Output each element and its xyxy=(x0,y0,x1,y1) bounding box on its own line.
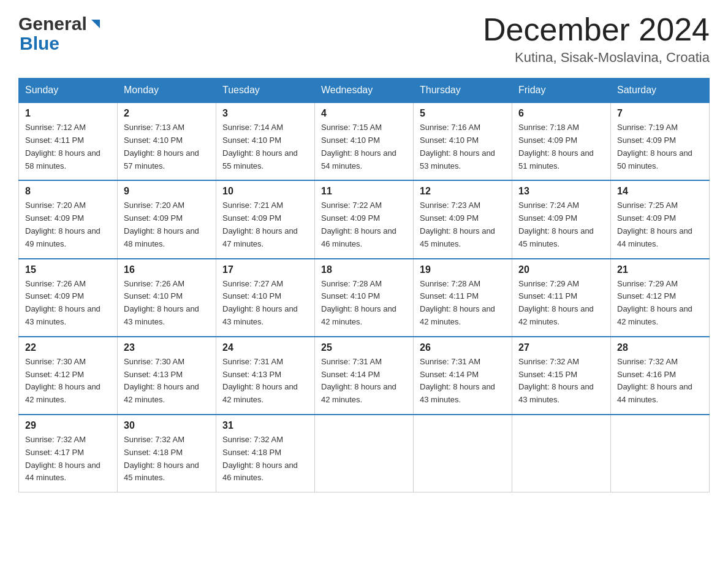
col-header-tuesday: Tuesday xyxy=(216,79,315,103)
day-cell-19: 19Sunrise: 7:28 AMSunset: 4:11 PMDayligh… xyxy=(414,259,512,337)
svg-marker-0 xyxy=(91,20,100,28)
col-header-wednesday: Wednesday xyxy=(315,79,414,103)
day-number: 5 xyxy=(420,108,506,119)
day-cell-25: 25Sunrise: 7:31 AMSunset: 4:14 PMDayligh… xyxy=(315,337,414,415)
calendar-body: 1Sunrise: 7:12 AMSunset: 4:11 PMDaylight… xyxy=(19,102,710,492)
day-cell-8: 8Sunrise: 7:20 AMSunset: 4:09 PMDaylight… xyxy=(19,180,118,258)
day-number: 11 xyxy=(321,186,407,197)
col-header-monday: Monday xyxy=(118,79,216,103)
day-info: Sunrise: 7:14 AMSunset: 4:10 PMDaylight:… xyxy=(222,121,308,172)
day-cell-27: 27Sunrise: 7:32 AMSunset: 4:15 PMDayligh… xyxy=(512,337,611,415)
day-number: 21 xyxy=(617,264,703,275)
week-row-4: 22Sunrise: 7:30 AMSunset: 4:12 PMDayligh… xyxy=(19,337,710,415)
calendar-table: SundayMondayTuesdayWednesdayThursdayFrid… xyxy=(18,78,710,492)
day-info: Sunrise: 7:31 AMSunset: 4:13 PMDaylight:… xyxy=(222,356,308,407)
title-area: December 2024 Kutina, Sisak-Moslavina, C… xyxy=(483,12,710,66)
day-info: Sunrise: 7:23 AMSunset: 4:09 PMDaylight:… xyxy=(420,199,506,250)
day-info: Sunrise: 7:32 AMSunset: 4:15 PMDaylight:… xyxy=(518,356,604,407)
empty-cell xyxy=(611,415,710,492)
day-cell-26: 26Sunrise: 7:31 AMSunset: 4:14 PMDayligh… xyxy=(414,337,512,415)
col-header-friday: Friday xyxy=(512,79,611,103)
day-cell-6: 6Sunrise: 7:18 AMSunset: 4:09 PMDaylight… xyxy=(512,102,611,180)
calendar-header-row: SundayMondayTuesdayWednesdayThursdayFrid… xyxy=(19,79,710,103)
day-cell-22: 22Sunrise: 7:30 AMSunset: 4:12 PMDayligh… xyxy=(19,337,118,415)
empty-cell xyxy=(315,415,414,492)
week-row-1: 1Sunrise: 7:12 AMSunset: 4:11 PMDaylight… xyxy=(19,102,710,180)
logo-arrow-icon xyxy=(89,12,102,33)
day-cell-2: 2Sunrise: 7:13 AMSunset: 4:10 PMDaylight… xyxy=(118,102,216,180)
location-subtitle: Kutina, Sisak-Moslavina, Croatia xyxy=(483,50,710,66)
day-cell-28: 28Sunrise: 7:32 AMSunset: 4:16 PMDayligh… xyxy=(611,337,710,415)
week-row-5: 29Sunrise: 7:32 AMSunset: 4:17 PMDayligh… xyxy=(19,415,710,492)
day-number: 14 xyxy=(617,186,703,197)
day-cell-20: 20Sunrise: 7:29 AMSunset: 4:11 PMDayligh… xyxy=(512,259,611,337)
day-info: Sunrise: 7:20 AMSunset: 4:09 PMDaylight:… xyxy=(25,199,111,250)
day-cell-5: 5Sunrise: 7:16 AMSunset: 4:10 PMDaylight… xyxy=(414,102,512,180)
day-number: 19 xyxy=(420,264,506,275)
day-number: 20 xyxy=(518,264,604,275)
col-header-sunday: Sunday xyxy=(19,79,118,103)
day-cell-13: 13Sunrise: 7:24 AMSunset: 4:09 PMDayligh… xyxy=(512,180,611,258)
day-number: 29 xyxy=(25,420,111,431)
day-cell-12: 12Sunrise: 7:23 AMSunset: 4:09 PMDayligh… xyxy=(414,180,512,258)
day-info: Sunrise: 7:28 AMSunset: 4:11 PMDaylight:… xyxy=(420,278,506,329)
day-info: Sunrise: 7:16 AMSunset: 4:10 PMDaylight:… xyxy=(420,121,506,172)
day-number: 18 xyxy=(321,264,407,275)
day-cell-14: 14Sunrise: 7:25 AMSunset: 4:09 PMDayligh… xyxy=(611,180,710,258)
day-number: 12 xyxy=(420,186,506,197)
empty-cell xyxy=(512,415,611,492)
day-number: 22 xyxy=(25,342,111,353)
day-number: 6 xyxy=(518,108,604,119)
day-number: 28 xyxy=(617,342,703,353)
day-number: 4 xyxy=(321,108,407,119)
day-info: Sunrise: 7:12 AMSunset: 4:11 PMDaylight:… xyxy=(25,121,111,172)
day-cell-30: 30Sunrise: 7:32 AMSunset: 4:18 PMDayligh… xyxy=(118,415,216,492)
day-info: Sunrise: 7:28 AMSunset: 4:10 PMDaylight:… xyxy=(321,278,407,329)
day-cell-11: 11Sunrise: 7:22 AMSunset: 4:09 PMDayligh… xyxy=(315,180,414,258)
day-info: Sunrise: 7:31 AMSunset: 4:14 PMDaylight:… xyxy=(321,356,407,407)
day-info: Sunrise: 7:18 AMSunset: 4:09 PMDaylight:… xyxy=(518,121,604,172)
day-number: 27 xyxy=(518,342,604,353)
day-cell-24: 24Sunrise: 7:31 AMSunset: 4:13 PMDayligh… xyxy=(216,337,315,415)
day-cell-1: 1Sunrise: 7:12 AMSunset: 4:11 PMDaylight… xyxy=(19,102,118,180)
day-cell-29: 29Sunrise: 7:32 AMSunset: 4:17 PMDayligh… xyxy=(19,415,118,492)
day-cell-7: 7Sunrise: 7:19 AMSunset: 4:09 PMDaylight… xyxy=(611,102,710,180)
day-info: Sunrise: 7:29 AMSunset: 4:11 PMDaylight:… xyxy=(518,278,604,329)
day-info: Sunrise: 7:32 AMSunset: 4:18 PMDaylight:… xyxy=(222,434,308,484)
day-info: Sunrise: 7:15 AMSunset: 4:10 PMDaylight:… xyxy=(321,121,407,172)
day-info: Sunrise: 7:30 AMSunset: 4:12 PMDaylight:… xyxy=(25,356,111,407)
week-row-3: 15Sunrise: 7:26 AMSunset: 4:09 PMDayligh… xyxy=(19,259,710,337)
day-number: 15 xyxy=(25,264,111,275)
page-header: General Blue December 2024 Kutina, Sisak… xyxy=(18,12,710,66)
day-info: Sunrise: 7:27 AMSunset: 4:10 PMDaylight:… xyxy=(222,278,308,329)
day-number: 30 xyxy=(124,420,210,431)
day-info: Sunrise: 7:19 AMSunset: 4:09 PMDaylight:… xyxy=(617,121,703,172)
day-cell-23: 23Sunrise: 7:30 AMSunset: 4:13 PMDayligh… xyxy=(118,337,216,415)
day-cell-4: 4Sunrise: 7:15 AMSunset: 4:10 PMDaylight… xyxy=(315,102,414,180)
day-number: 8 xyxy=(25,186,111,197)
day-cell-3: 3Sunrise: 7:14 AMSunset: 4:10 PMDaylight… xyxy=(216,102,315,180)
week-row-2: 8Sunrise: 7:20 AMSunset: 4:09 PMDaylight… xyxy=(19,180,710,258)
day-number: 17 xyxy=(222,264,308,275)
day-cell-31: 31Sunrise: 7:32 AMSunset: 4:18 PMDayligh… xyxy=(216,415,315,492)
day-number: 16 xyxy=(124,264,210,275)
day-info: Sunrise: 7:21 AMSunset: 4:09 PMDaylight:… xyxy=(222,199,308,250)
day-info: Sunrise: 7:32 AMSunset: 4:17 PMDaylight:… xyxy=(25,434,111,484)
day-number: 3 xyxy=(222,108,308,119)
day-number: 31 xyxy=(222,420,308,431)
day-info: Sunrise: 7:32 AMSunset: 4:16 PMDaylight:… xyxy=(617,356,703,407)
day-number: 24 xyxy=(222,342,308,353)
day-info: Sunrise: 7:26 AMSunset: 4:10 PMDaylight:… xyxy=(124,278,210,329)
logo-general-text: General xyxy=(18,13,87,34)
day-cell-16: 16Sunrise: 7:26 AMSunset: 4:10 PMDayligh… xyxy=(118,259,216,337)
day-number: 7 xyxy=(617,108,703,119)
col-header-saturday: Saturday xyxy=(611,79,710,103)
day-cell-9: 9Sunrise: 7:20 AMSunset: 4:09 PMDaylight… xyxy=(118,180,216,258)
day-number: 25 xyxy=(321,342,407,353)
day-info: Sunrise: 7:32 AMSunset: 4:18 PMDaylight:… xyxy=(124,434,210,484)
empty-cell xyxy=(414,415,512,492)
day-cell-17: 17Sunrise: 7:27 AMSunset: 4:10 PMDayligh… xyxy=(216,259,315,337)
col-header-thursday: Thursday xyxy=(414,79,512,103)
logo-blue-text: Blue xyxy=(18,33,59,54)
day-number: 26 xyxy=(420,342,506,353)
